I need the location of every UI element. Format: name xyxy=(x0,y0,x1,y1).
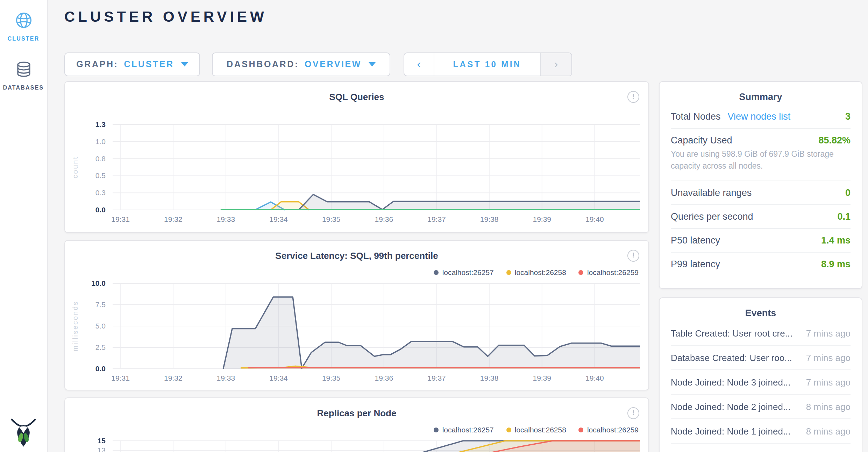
svg-text:19:32: 19:32 xyxy=(164,374,183,382)
chart-canvas: 19:3119:3219:3319:3419:3519:3619:3719:38… xyxy=(65,241,650,390)
event-row: Table Created: User root cre...7 mins ag… xyxy=(671,321,851,346)
dashboard-dropdown-value: OVERVIEW xyxy=(305,59,362,69)
svg-text:0.8: 0.8 xyxy=(95,155,106,163)
chevron-right-icon: › xyxy=(554,57,558,71)
chart-canvas: 19:3119:3219:3319:3419:3519:3619:3719:38… xyxy=(65,82,650,232)
summary-value: 1.4 ms xyxy=(821,235,851,245)
svg-text:19:35: 19:35 xyxy=(322,374,341,382)
svg-text:19:31: 19:31 xyxy=(111,215,130,223)
sidebar-item-databases[interactable]: DATABASES xyxy=(0,60,47,91)
svg-text:19:35: 19:35 xyxy=(322,215,341,223)
svg-text:0.5: 0.5 xyxy=(95,171,106,179)
time-range-value[interactable]: LAST 10 MIN xyxy=(434,53,541,76)
page-title: CLUSTER OVERVIEW xyxy=(64,8,267,25)
svg-text:1.0: 1.0 xyxy=(95,137,106,146)
svg-text:19:36: 19:36 xyxy=(375,374,393,382)
summary-label: P50 latency xyxy=(671,235,720,245)
summary-value: 85.82% xyxy=(818,135,851,146)
svg-text:19:37: 19:37 xyxy=(427,374,446,382)
summary-row: Unavailable ranges0 xyxy=(671,181,851,205)
summary-card: Summary Total NodesView nodes list3Capac… xyxy=(659,81,862,289)
svg-text:19:32: 19:32 xyxy=(164,215,183,223)
summary-row-main: Unavailable ranges0 xyxy=(671,187,851,198)
event-row: Node Joined: Node 3 joined...7 mins ago xyxy=(671,370,851,395)
event-time: 7 mins ago xyxy=(806,352,851,363)
time-range-selector: ‹ LAST 10 MIN › xyxy=(404,52,572,76)
time-range-prev-button[interactable]: ‹ xyxy=(404,53,434,76)
svg-text:count: count xyxy=(71,156,79,178)
svg-text:10.0: 10.0 xyxy=(91,279,106,287)
events-card: Events Table Created: User root cre...7 … xyxy=(659,297,862,452)
chart-canvas: 19:3119:3219:3319:3419:3519:3619:3719:38… xyxy=(65,398,650,452)
events-title: Events xyxy=(671,308,851,318)
svg-text:1.3: 1.3 xyxy=(95,120,106,128)
event-time: 7 mins ago xyxy=(806,328,851,338)
summary-row: Capacity Used85.82%You are using 598.9 G… xyxy=(671,129,851,181)
summary-row: P99 latency8.9 ms xyxy=(671,252,851,275)
svg-text:19:37: 19:37 xyxy=(427,215,446,223)
svg-text:0.0: 0.0 xyxy=(95,365,106,373)
summary-value: 0 xyxy=(845,187,851,198)
event-text: Node Joined: Node 1 joined... xyxy=(671,426,791,436)
summary-rows: Total NodesView nodes list3Capacity Used… xyxy=(671,105,851,275)
graph-dropdown[interactable]: GRAPH: CLUSTER xyxy=(64,52,200,76)
summary-label: Total Nodes xyxy=(671,111,721,122)
svg-text:19:34: 19:34 xyxy=(269,374,288,382)
summary-label: Unavailable ranges xyxy=(671,187,752,198)
summary-row-main: Total NodesView nodes list3 xyxy=(671,111,851,122)
svg-text:19:34: 19:34 xyxy=(269,215,288,223)
chart-card-sql-queries: SQL Queries ! 19:3119:3219:3319:3419:351… xyxy=(64,81,649,233)
chevron-down-icon xyxy=(181,62,188,66)
summary-subtext: You are using 598.9 GiB of 697.9 GiB sto… xyxy=(671,148,851,172)
sidebar-item-cluster[interactable]: CLUSTER xyxy=(0,11,47,42)
summary-title: Summary xyxy=(671,92,851,102)
chart-card-replicas-per-node: Replicas per Node ! localhost:26257local… xyxy=(64,397,649,452)
sidebar-item-label: DATABASES xyxy=(0,85,47,91)
event-row: Node Joined: Node 1 joined...8 mins ago xyxy=(671,419,851,444)
svg-text:19:38: 19:38 xyxy=(480,374,499,382)
view-nodes-list-link[interactable]: View nodes list xyxy=(728,111,791,122)
summary-value: 0.1 xyxy=(837,211,851,221)
summary-row-main: P99 latency8.9 ms xyxy=(671,259,851,269)
svg-text:19:39: 19:39 xyxy=(533,374,552,382)
svg-text:2.5: 2.5 xyxy=(95,343,106,351)
summary-row: P50 latency1.4 ms xyxy=(671,228,851,252)
graph-dropdown-label: GRAPH: xyxy=(76,59,118,69)
svg-text:15: 15 xyxy=(98,437,106,445)
svg-text:19:40: 19:40 xyxy=(585,374,604,382)
svg-text:milliseconds: milliseconds xyxy=(71,301,79,352)
summary-label: Queries per second xyxy=(671,211,753,221)
time-range-next-button[interactable]: › xyxy=(541,53,571,76)
event-text: Table Created: User root cre... xyxy=(671,328,792,338)
svg-text:13: 13 xyxy=(98,446,106,452)
event-rows: Table Created: User root cre...7 mins ag… xyxy=(671,321,851,444)
event-row: Node Joined: Node 2 joined...8 mins ago xyxy=(671,395,851,419)
chevron-left-icon: ‹ xyxy=(417,57,421,71)
svg-text:19:33: 19:33 xyxy=(217,215,235,223)
svg-text:0.3: 0.3 xyxy=(95,189,106,197)
svg-text:19:36: 19:36 xyxy=(375,215,393,223)
dashboard-dropdown-label: DASHBOARD: xyxy=(227,59,299,69)
event-text: Node Joined: Node 2 joined... xyxy=(671,401,791,412)
chart-card-service-latency: Service Latency: SQL, 99th percentile ! … xyxy=(64,240,649,390)
svg-text:19:38: 19:38 xyxy=(480,215,499,223)
databases-icon xyxy=(14,60,33,78)
dashboard-dropdown[interactable]: DASHBOARD: OVERVIEW xyxy=(212,52,390,76)
cluster-overview-page: CLUSTER DATABASES CL xyxy=(0,0,868,452)
sidebar-item-label: CLUSTER xyxy=(0,36,47,42)
summary-label: Capacity Used xyxy=(671,135,732,146)
chevron-down-icon xyxy=(369,62,376,66)
svg-text:19:39: 19:39 xyxy=(533,215,552,223)
summary-row: Queries per second0.1 xyxy=(671,205,851,228)
event-row: Database Created: User roo...7 mins ago xyxy=(671,346,851,370)
svg-text:5.0: 5.0 xyxy=(95,322,106,330)
summary-value: 3 xyxy=(845,111,851,122)
cockroachdb-logo[interactable] xyxy=(10,417,36,449)
summary-row-main: Capacity Used85.82% xyxy=(671,135,851,146)
summary-value: 8.9 ms xyxy=(821,259,851,269)
sidebar: CLUSTER DATABASES xyxy=(0,0,48,452)
svg-text:7.5: 7.5 xyxy=(95,301,106,309)
event-text: Node Joined: Node 3 joined... xyxy=(671,377,791,387)
event-time: 7 mins ago xyxy=(806,377,851,387)
svg-text:0.0: 0.0 xyxy=(95,206,106,214)
